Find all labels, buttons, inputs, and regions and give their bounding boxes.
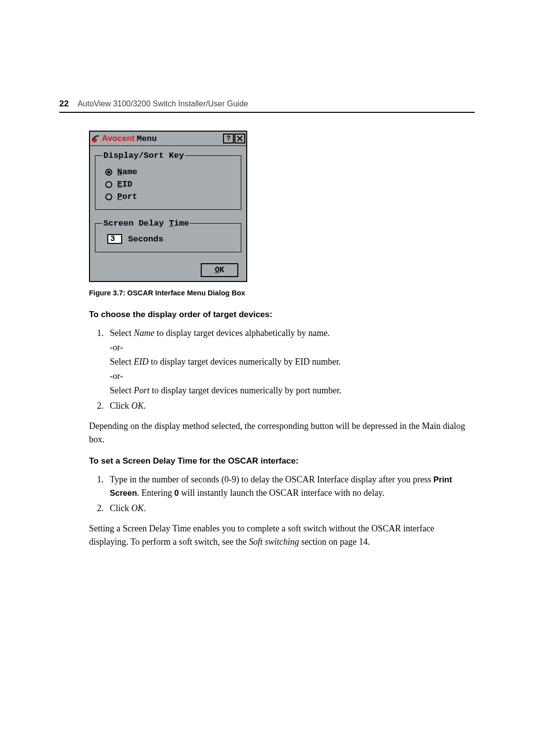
step-1: Select Name to display target devices al…: [106, 327, 475, 397]
page-header: 22 AutoView 3100/3200 Switch Installer/U…: [59, 99, 475, 113]
seconds-label: Seconds: [128, 235, 163, 244]
paragraph-1: Depending on the display method selected…: [89, 420, 475, 446]
steps-list-1: Select Name to display target devices al…: [89, 327, 475, 413]
help-button[interactable]: ?: [223, 134, 234, 143]
radio-name-label: Name: [117, 167, 137, 177]
guide-title: AutoView 3100/3200 Switch Installer/User…: [78, 99, 248, 108]
radio-icon: [105, 193, 112, 200]
close-icon: [237, 136, 243, 142]
ok-button[interactable]: OK: [201, 263, 238, 277]
radio-icon: [105, 169, 112, 176]
app-icon: [91, 134, 101, 143]
menu-dialog: Avocent Menu ? Display/Sort Key Name: [89, 131, 247, 282]
dialog-title: Menu: [136, 134, 222, 143]
close-button[interactable]: [234, 134, 245, 143]
step-2: Click OK.: [106, 502, 475, 515]
screen-delay-group: Screen Delay Time 3 Seconds: [95, 219, 241, 252]
radio-eid[interactable]: EID: [105, 180, 236, 189]
display-sort-legend: Display/Sort Key: [102, 151, 185, 160]
section-heading-2: To set a Screen Delay Time for the OSCAR…: [89, 456, 475, 466]
paragraph-2: Setting a Screen Delay Time enables you …: [89, 522, 475, 549]
figure-caption: Figure 3.7: OSCAR Interface Menu Dialog …: [89, 289, 475, 297]
screen-delay-legend: Screen Delay Time: [102, 219, 190, 228]
brand-label: Avocent: [102, 134, 134, 143]
display-sort-group: Display/Sort Key Name EID Port: [95, 151, 241, 210]
radio-name[interactable]: Name: [105, 167, 236, 177]
radio-port[interactable]: Port: [105, 192, 236, 201]
page-number: 22: [59, 99, 69, 109]
title-bar: Avocent Menu ?: [90, 132, 246, 146]
step-2: Click OK.: [106, 399, 475, 413]
seconds-input[interactable]: 3: [107, 234, 122, 244]
steps-list-2: Type in the number of seconds (0-9) to d…: [89, 473, 475, 515]
radio-port-label: Port: [117, 192, 137, 201]
step-1: Type in the number of seconds (0-9) to d…: [106, 473, 475, 500]
radio-icon: [105, 181, 112, 188]
section-heading-1: To choose the display order of target de…: [89, 310, 475, 320]
radio-eid-label: EID: [117, 180, 133, 189]
